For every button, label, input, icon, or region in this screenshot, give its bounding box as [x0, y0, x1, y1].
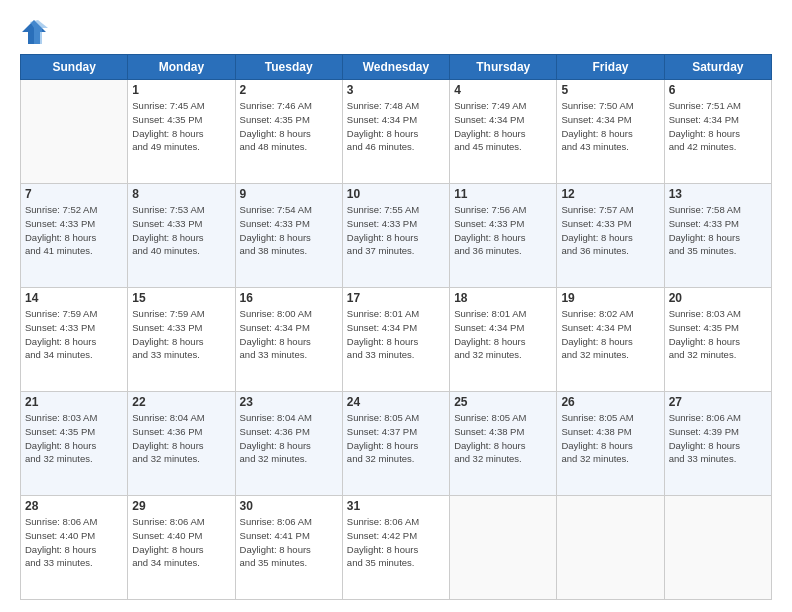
calendar-cell: 24Sunrise: 8:05 AMSunset: 4:37 PMDayligh…	[342, 392, 449, 496]
calendar-cell: 28Sunrise: 8:06 AMSunset: 4:40 PMDayligh…	[21, 496, 128, 600]
calendar-cell: 15Sunrise: 7:59 AMSunset: 4:33 PMDayligh…	[128, 288, 235, 392]
day-number: 6	[669, 83, 767, 97]
calendar-cell: 22Sunrise: 8:04 AMSunset: 4:36 PMDayligh…	[128, 392, 235, 496]
day-info: Sunrise: 7:51 AMSunset: 4:34 PMDaylight:…	[669, 99, 767, 154]
day-number: 26	[561, 395, 659, 409]
calendar-cell: 16Sunrise: 8:00 AMSunset: 4:34 PMDayligh…	[235, 288, 342, 392]
day-number: 28	[25, 499, 123, 513]
day-info: Sunrise: 8:05 AMSunset: 4:38 PMDaylight:…	[561, 411, 659, 466]
calendar-cell: 27Sunrise: 8:06 AMSunset: 4:39 PMDayligh…	[664, 392, 771, 496]
day-info: Sunrise: 7:59 AMSunset: 4:33 PMDaylight:…	[132, 307, 230, 362]
day-number: 11	[454, 187, 552, 201]
calendar-cell: 14Sunrise: 7:59 AMSunset: 4:33 PMDayligh…	[21, 288, 128, 392]
calendar-cell: 23Sunrise: 8:04 AMSunset: 4:36 PMDayligh…	[235, 392, 342, 496]
day-info: Sunrise: 7:53 AMSunset: 4:33 PMDaylight:…	[132, 203, 230, 258]
day-number: 22	[132, 395, 230, 409]
day-info: Sunrise: 8:04 AMSunset: 4:36 PMDaylight:…	[240, 411, 338, 466]
calendar-cell: 20Sunrise: 8:03 AMSunset: 4:35 PMDayligh…	[664, 288, 771, 392]
calendar-cell: 8Sunrise: 7:53 AMSunset: 4:33 PMDaylight…	[128, 184, 235, 288]
calendar-cell: 3Sunrise: 7:48 AMSunset: 4:34 PMDaylight…	[342, 80, 449, 184]
logo	[20, 18, 52, 46]
calendar-cell: 17Sunrise: 8:01 AMSunset: 4:34 PMDayligh…	[342, 288, 449, 392]
calendar-week-1: 1Sunrise: 7:45 AMSunset: 4:35 PMDaylight…	[21, 80, 772, 184]
calendar-cell: 1Sunrise: 7:45 AMSunset: 4:35 PMDaylight…	[128, 80, 235, 184]
calendar-cell: 29Sunrise: 8:06 AMSunset: 4:40 PMDayligh…	[128, 496, 235, 600]
day-info: Sunrise: 7:55 AMSunset: 4:33 PMDaylight:…	[347, 203, 445, 258]
calendar-cell: 26Sunrise: 8:05 AMSunset: 4:38 PMDayligh…	[557, 392, 664, 496]
day-number: 15	[132, 291, 230, 305]
logo-icon	[20, 18, 48, 46]
day-number: 24	[347, 395, 445, 409]
header-saturday: Saturday	[664, 55, 771, 80]
day-info: Sunrise: 7:45 AMSunset: 4:35 PMDaylight:…	[132, 99, 230, 154]
calendar-cell: 12Sunrise: 7:57 AMSunset: 4:33 PMDayligh…	[557, 184, 664, 288]
calendar-cell: 5Sunrise: 7:50 AMSunset: 4:34 PMDaylight…	[557, 80, 664, 184]
calendar-cell	[664, 496, 771, 600]
day-info: Sunrise: 8:05 AMSunset: 4:37 PMDaylight:…	[347, 411, 445, 466]
calendar-cell: 9Sunrise: 7:54 AMSunset: 4:33 PMDaylight…	[235, 184, 342, 288]
calendar-cell: 10Sunrise: 7:55 AMSunset: 4:33 PMDayligh…	[342, 184, 449, 288]
day-info: Sunrise: 7:56 AMSunset: 4:33 PMDaylight:…	[454, 203, 552, 258]
day-info: Sunrise: 8:06 AMSunset: 4:40 PMDaylight:…	[132, 515, 230, 570]
header-friday: Friday	[557, 55, 664, 80]
day-info: Sunrise: 8:04 AMSunset: 4:36 PMDaylight:…	[132, 411, 230, 466]
header	[20, 18, 772, 46]
day-number: 8	[132, 187, 230, 201]
calendar-cell: 2Sunrise: 7:46 AMSunset: 4:35 PMDaylight…	[235, 80, 342, 184]
day-number: 9	[240, 187, 338, 201]
page: SundayMondayTuesdayWednesdayThursdayFrid…	[0, 0, 792, 612]
day-info: Sunrise: 7:46 AMSunset: 4:35 PMDaylight:…	[240, 99, 338, 154]
day-number: 10	[347, 187, 445, 201]
calendar-cell	[557, 496, 664, 600]
day-number: 2	[240, 83, 338, 97]
calendar-cell: 13Sunrise: 7:58 AMSunset: 4:33 PMDayligh…	[664, 184, 771, 288]
calendar-cell: 19Sunrise: 8:02 AMSunset: 4:34 PMDayligh…	[557, 288, 664, 392]
calendar-cell: 21Sunrise: 8:03 AMSunset: 4:35 PMDayligh…	[21, 392, 128, 496]
day-info: Sunrise: 8:01 AMSunset: 4:34 PMDaylight:…	[454, 307, 552, 362]
day-number: 31	[347, 499, 445, 513]
day-number: 18	[454, 291, 552, 305]
day-number: 13	[669, 187, 767, 201]
header-wednesday: Wednesday	[342, 55, 449, 80]
day-info: Sunrise: 8:06 AMSunset: 4:40 PMDaylight:…	[25, 515, 123, 570]
day-info: Sunrise: 8:03 AMSunset: 4:35 PMDaylight:…	[669, 307, 767, 362]
header-sunday: Sunday	[21, 55, 128, 80]
day-number: 7	[25, 187, 123, 201]
calendar-cell: 18Sunrise: 8:01 AMSunset: 4:34 PMDayligh…	[450, 288, 557, 392]
calendar-cell: 7Sunrise: 7:52 AMSunset: 4:33 PMDaylight…	[21, 184, 128, 288]
calendar-week-3: 14Sunrise: 7:59 AMSunset: 4:33 PMDayligh…	[21, 288, 772, 392]
day-number: 1	[132, 83, 230, 97]
day-number: 4	[454, 83, 552, 97]
day-info: Sunrise: 7:52 AMSunset: 4:33 PMDaylight:…	[25, 203, 123, 258]
header-tuesday: Tuesday	[235, 55, 342, 80]
day-info: Sunrise: 7:57 AMSunset: 4:33 PMDaylight:…	[561, 203, 659, 258]
day-number: 23	[240, 395, 338, 409]
day-info: Sunrise: 7:50 AMSunset: 4:34 PMDaylight:…	[561, 99, 659, 154]
calendar-cell: 31Sunrise: 8:06 AMSunset: 4:42 PMDayligh…	[342, 496, 449, 600]
day-info: Sunrise: 7:59 AMSunset: 4:33 PMDaylight:…	[25, 307, 123, 362]
day-info: Sunrise: 7:58 AMSunset: 4:33 PMDaylight:…	[669, 203, 767, 258]
calendar-cell: 6Sunrise: 7:51 AMSunset: 4:34 PMDaylight…	[664, 80, 771, 184]
day-number: 3	[347, 83, 445, 97]
calendar-week-5: 28Sunrise: 8:06 AMSunset: 4:40 PMDayligh…	[21, 496, 772, 600]
calendar-table: SundayMondayTuesdayWednesdayThursdayFrid…	[20, 54, 772, 600]
day-number: 16	[240, 291, 338, 305]
calendar-header-row: SundayMondayTuesdayWednesdayThursdayFrid…	[21, 55, 772, 80]
calendar-week-2: 7Sunrise: 7:52 AMSunset: 4:33 PMDaylight…	[21, 184, 772, 288]
day-info: Sunrise: 8:00 AMSunset: 4:34 PMDaylight:…	[240, 307, 338, 362]
day-number: 20	[669, 291, 767, 305]
day-info: Sunrise: 8:05 AMSunset: 4:38 PMDaylight:…	[454, 411, 552, 466]
calendar-cell	[21, 80, 128, 184]
day-number: 29	[132, 499, 230, 513]
day-number: 17	[347, 291, 445, 305]
day-number: 5	[561, 83, 659, 97]
day-info: Sunrise: 7:48 AMSunset: 4:34 PMDaylight:…	[347, 99, 445, 154]
day-info: Sunrise: 8:06 AMSunset: 4:39 PMDaylight:…	[669, 411, 767, 466]
day-number: 14	[25, 291, 123, 305]
day-info: Sunrise: 7:49 AMSunset: 4:34 PMDaylight:…	[454, 99, 552, 154]
calendar-cell: 30Sunrise: 8:06 AMSunset: 4:41 PMDayligh…	[235, 496, 342, 600]
day-info: Sunrise: 7:54 AMSunset: 4:33 PMDaylight:…	[240, 203, 338, 258]
day-info: Sunrise: 8:03 AMSunset: 4:35 PMDaylight:…	[25, 411, 123, 466]
calendar-cell: 25Sunrise: 8:05 AMSunset: 4:38 PMDayligh…	[450, 392, 557, 496]
header-monday: Monday	[128, 55, 235, 80]
